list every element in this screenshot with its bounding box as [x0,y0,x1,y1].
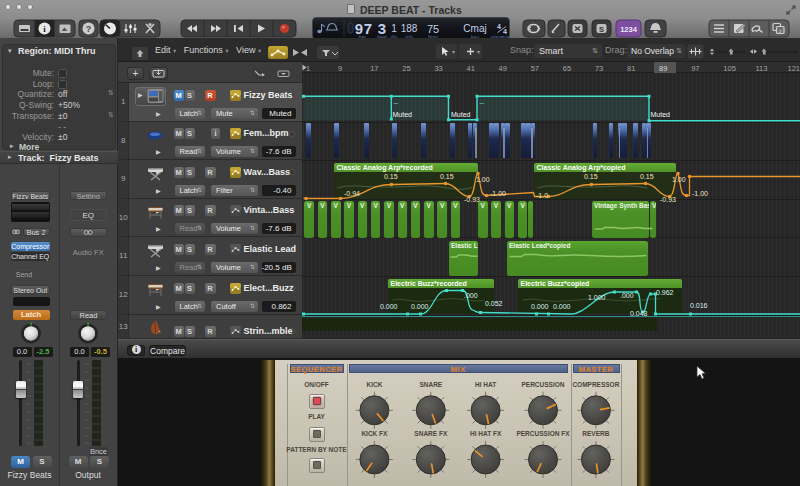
svg-text:1234: 1234 [620,25,638,34]
svg-text:188: 188 [401,23,418,34]
svg-text:▾: ▾ [477,49,480,55]
svg-text:S: S [599,25,604,34]
svg-text:4: 4 [497,23,501,30]
svg-text:?: ? [86,24,92,34]
svg-text:Cmaj: Cmaj [463,23,486,34]
svg-text:▾: ▾ [452,49,455,55]
svg-text:1: 1 [391,23,397,34]
svg-text:♪: ♪ [778,27,781,34]
